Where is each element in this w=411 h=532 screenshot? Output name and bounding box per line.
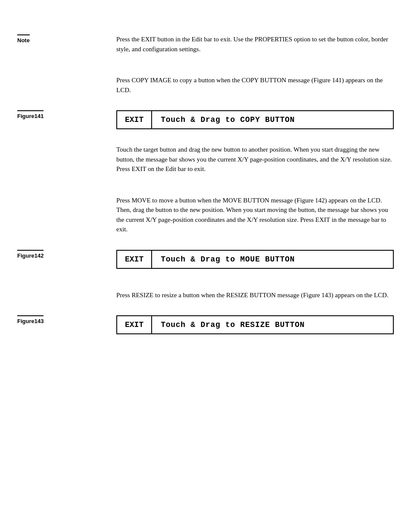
paragraph4-content: Press RESIZE to resize a button when the… (112, 290, 394, 300)
spacer6 (0, 269, 411, 290)
figure142-section: Figure142 EXIT Touch & Drag to MOUE BUTT… (0, 250, 411, 269)
figure142-label: Figure142 (17, 250, 44, 259)
figure142-exit: EXIT (117, 251, 152, 268)
figure141-label: Figure141 (17, 110, 44, 119)
note-label: Note (17, 34, 30, 44)
spacer2 (0, 95, 411, 110)
page-content: Note Press the EXIT button in the Edit b… (0, 34, 411, 334)
spacer5 (0, 234, 411, 250)
figure143-message: Touch & Drag to RESIZE BUTTON (152, 316, 313, 333)
figure143-label-col: Figure143 (17, 315, 112, 325)
paragraph4-text: Press RESIZE to resize a button when the… (116, 290, 394, 300)
paragraph3-section: Press MOVE to move a button when the MOV… (0, 196, 411, 234)
figure142-content: EXIT Touch & Drag to MOUE BUTTON (112, 250, 394, 269)
spacer7 (0, 300, 411, 315)
figure142-box: EXIT Touch & Drag to MOUE BUTTON (116, 250, 394, 269)
spacer1 (0, 54, 411, 75)
figure142-label-col: Figure142 (17, 250, 112, 259)
figure141-label-col: Figure141 (17, 110, 112, 120)
figure143-section: Figure143 EXIT Touch & Drag to RESIZE BU… (0, 315, 411, 334)
note-content: Press the EXIT button in the Edit bar to… (112, 34, 394, 54)
paragraph4-label-col (17, 290, 112, 300)
figure141-box: EXIT Touch & Drag to COPY BUTTON (116, 110, 394, 129)
paragraph1-section: Press COPY IMAGE to copy a button when t… (0, 75, 411, 95)
paragraph1-label-col (17, 75, 112, 95)
paragraph2-section: Touch the target button and drag the new… (0, 145, 411, 174)
figure142-message: Touch & Drag to MOUE BUTTON (152, 251, 303, 268)
note-section: Note Press the EXIT button in the Edit b… (0, 34, 411, 54)
figure143-exit: EXIT (117, 316, 152, 333)
paragraph3-content: Press MOVE to move a button when the MOV… (112, 196, 394, 234)
paragraph2-text: Touch the target button and drag the new… (116, 145, 394, 174)
paragraph1-content: Press COPY IMAGE to copy a button when t… (112, 75, 394, 95)
figure141-message: Touch & Drag to COPY BUTTON (152, 111, 303, 128)
figure141-section: Figure141 EXIT Touch & Drag to COPY BUTT… (0, 110, 411, 129)
paragraph3-text: Press MOVE to move a button when the MOV… (116, 196, 394, 234)
paragraph1-text: Press COPY IMAGE to copy a button when t… (116, 75, 394, 95)
figure143-box: EXIT Touch & Drag to RESIZE BUTTON (116, 315, 394, 334)
spacer4 (0, 174, 411, 196)
note-label-col: Note (17, 34, 112, 54)
paragraph3-label-col (17, 196, 112, 234)
spacer3 (0, 129, 411, 145)
paragraph2-label-col (17, 145, 112, 174)
figure141-exit: EXIT (117, 111, 152, 128)
figure143-label: Figure143 (17, 315, 44, 324)
figure143-content: EXIT Touch & Drag to RESIZE BUTTON (112, 315, 394, 334)
note-text: Press the EXIT button in the Edit bar to… (116, 34, 394, 54)
figure141-content: EXIT Touch & Drag to COPY BUTTON (112, 110, 394, 129)
paragraph4-section: Press RESIZE to resize a button when the… (0, 290, 411, 300)
paragraph2-content: Touch the target button and drag the new… (112, 145, 394, 174)
